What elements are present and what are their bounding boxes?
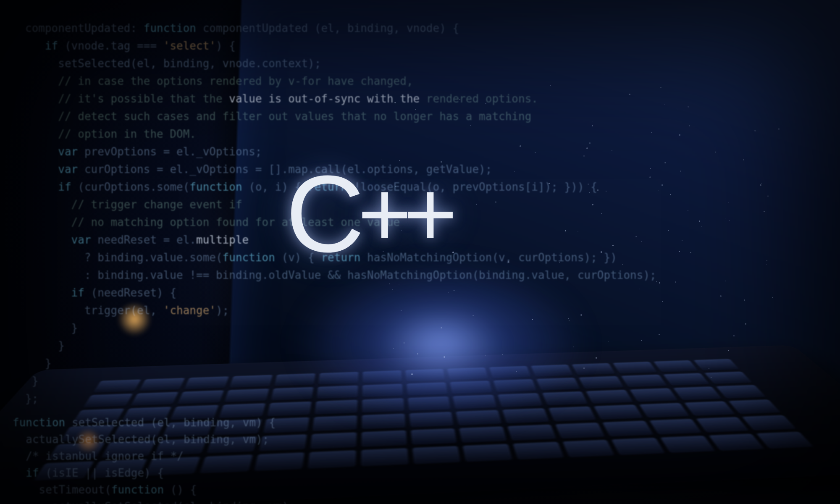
keyboard-key bbox=[412, 446, 461, 464]
keyboard-key bbox=[549, 407, 596, 422]
keyboard-key bbox=[411, 428, 457, 445]
keyboard-key bbox=[200, 455, 252, 474]
keyboard-key bbox=[318, 372, 358, 384]
keyboard-key bbox=[463, 444, 513, 462]
keyboard-key bbox=[493, 379, 536, 392]
keyboard-key bbox=[317, 386, 358, 399]
keyboard-key bbox=[531, 365, 574, 377]
keyboard-key bbox=[602, 421, 654, 437]
keyboard-key bbox=[630, 388, 678, 402]
keyboard-key bbox=[489, 366, 531, 378]
keyboard-key bbox=[594, 405, 643, 420]
keyboard-key bbox=[663, 373, 710, 386]
keyboard-key bbox=[696, 417, 749, 433]
keyboard-key bbox=[507, 425, 556, 441]
keyboard-key bbox=[315, 400, 357, 415]
keyboard-key bbox=[361, 430, 407, 447]
keyboard-key bbox=[170, 405, 218, 420]
keyboard-key bbox=[673, 387, 722, 401]
keyboard-key bbox=[660, 436, 715, 453]
keyboard-key bbox=[586, 390, 633, 404]
keyboard-key bbox=[408, 396, 451, 411]
keyboard-key bbox=[121, 407, 172, 422]
hero-image: componentUpdated: function componentUpda… bbox=[0, 0, 840, 504]
keyboard-key bbox=[562, 440, 615, 457]
keyboard-key bbox=[542, 391, 588, 405]
keyboard-key bbox=[130, 392, 178, 406]
keyboard-key bbox=[447, 368, 488, 380]
keyboard-key bbox=[219, 403, 265, 418]
keyboard-key bbox=[407, 382, 448, 396]
keyboard-key bbox=[274, 373, 315, 386]
keyboard-key bbox=[684, 401, 735, 416]
keyboard-key bbox=[654, 360, 699, 372]
keyboard-key bbox=[513, 442, 564, 459]
keyboard-key bbox=[572, 363, 616, 375]
keyboard-key bbox=[362, 370, 402, 383]
keyboard-key bbox=[312, 415, 357, 431]
keyboard-key bbox=[224, 388, 269, 402]
keyboard-key bbox=[361, 448, 408, 466]
keyboard-key bbox=[111, 423, 164, 439]
keyboard-key bbox=[177, 390, 224, 404]
keyboard-key bbox=[154, 438, 207, 456]
keyboard-key bbox=[263, 417, 310, 433]
keyboard-key bbox=[259, 434, 307, 452]
keyboard-key bbox=[649, 419, 702, 435]
keyboard-key bbox=[459, 426, 507, 443]
keyboard-key bbox=[409, 412, 454, 428]
keyboard-key bbox=[163, 421, 213, 437]
keyboard-key bbox=[456, 410, 501, 425]
keyboard-key bbox=[254, 453, 304, 471]
keyboard-key bbox=[498, 393, 543, 407]
keyboard-key bbox=[83, 394, 133, 408]
keyboard-key bbox=[536, 378, 581, 391]
keyboard-key bbox=[639, 403, 689, 417]
keyboard-key bbox=[502, 408, 549, 423]
keyboard-key bbox=[184, 376, 229, 389]
keyboard-key bbox=[213, 419, 262, 435]
keyboard-key bbox=[613, 362, 657, 374]
keyboard-key bbox=[207, 436, 257, 454]
keyboard-key bbox=[101, 441, 156, 458]
keyboard-key bbox=[453, 395, 497, 409]
lens-flare bbox=[118, 302, 151, 336]
keyboard-key bbox=[267, 402, 312, 416]
keyboard-key bbox=[405, 369, 445, 381]
keyboard-key bbox=[310, 432, 357, 449]
keyboard-key bbox=[612, 438, 665, 455]
keyboard-key bbox=[89, 459, 147, 478]
keyboard-key bbox=[555, 423, 605, 439]
keyboard-key bbox=[362, 398, 404, 413]
keyboard-key bbox=[362, 414, 406, 429]
keyboard-key bbox=[362, 384, 403, 397]
keyboard-key bbox=[145, 457, 200, 476]
keyboard-key bbox=[621, 375, 667, 388]
keyboard-key bbox=[450, 381, 492, 394]
keyboard-key bbox=[229, 375, 273, 388]
keyboard-key bbox=[139, 378, 185, 391]
keyboard-key bbox=[93, 380, 141, 393]
keyboard-key bbox=[579, 376, 624, 389]
keyboard-key bbox=[270, 387, 314, 401]
keyboard-key bbox=[709, 434, 764, 451]
keyboard-key bbox=[308, 450, 356, 469]
